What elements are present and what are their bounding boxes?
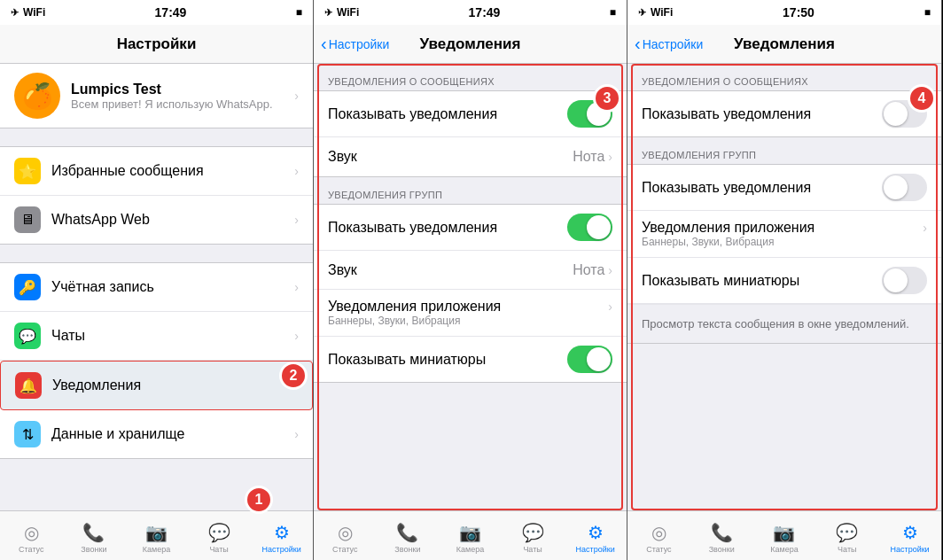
list-item[interactable]: 🔑 Учётная запись › (0, 263, 313, 312)
row-label: WhatsApp Web (51, 212, 294, 228)
notifications-icon: 🔔 (15, 372, 42, 399)
notif-label: Показывать уведомления (642, 180, 882, 196)
notif-label: Показывать уведомления (328, 106, 567, 122)
messages-section-body: Показывать уведомления Звук Нота › (314, 90, 627, 177)
nav-title-1: Настройки (117, 35, 197, 53)
toggle-thumbnail-off[interactable] (882, 267, 927, 294)
row-chevron: › (923, 221, 927, 235)
status-tab-icon: ◎ (24, 522, 39, 543)
notif-row[interactable]: Уведомления приложения › Баннеры, Звуки,… (314, 290, 627, 337)
back-chevron-icon: ‹ (635, 34, 641, 54)
calls-tab-icon: 📞 (82, 522, 105, 543)
tab-status[interactable]: ◎ Статус (627, 518, 690, 554)
tab-calls[interactable]: 📞 Звонки (63, 518, 126, 554)
row-chevron: › (608, 150, 612, 164)
chats-tab-icon: 💬 (836, 522, 858, 543)
toggle-knob (587, 215, 611, 239)
step-badge-2: 2 (279, 362, 308, 390)
tab-calls[interactable]: 📞 Звонки (377, 518, 440, 554)
notif-row[interactable]: Звук Нота › (314, 137, 627, 176)
profile-info: Lumpics Test Всем привет! Я использую Wh… (71, 82, 294, 111)
tab-bar-3: ◎ Статус 📞 Звонки 📷 Камера 💬 Чаты ⚙ Наст… (627, 510, 941, 560)
tab-status[interactable]: ◎ Статус (0, 518, 63, 554)
back-label: Настройки (643, 37, 704, 51)
toggle-thumbnail[interactable] (567, 346, 612, 373)
tab-chats[interactable]: 💬 Чаты (815, 518, 878, 554)
list-item[interactable]: 🖥 WhatsApp Web › (0, 196, 313, 244)
row-label: Учётная запись (51, 279, 294, 295)
list-item[interactable]: 💬 Чаты › (0, 312, 313, 361)
tab-label: Чаты (209, 545, 228, 554)
status-time-3: 17:50 (783, 5, 814, 19)
toggle-knob (884, 175, 908, 199)
back-label: Настройки (329, 37, 390, 51)
row-chevron: › (608, 263, 612, 277)
tab-bar-1: ◎ Статус 📞 Звонки 📷 Камера 💬 Чаты ⚙ Наст… (0, 510, 313, 560)
row-chevron: › (294, 427, 299, 441)
list-item[interactable]: ⭐ Избранные сообщения › (0, 147, 313, 196)
notif-note-row: Просмотр текста сообщения в окне уведомл… (627, 304, 941, 343)
status-time-2: 17:49 (469, 5, 501, 19)
tab-bar-2: ◎ Статус 📞 Звонки 📷 Камера 💬 Чаты ⚙ Наст… (314, 510, 627, 560)
step-badge-4: 4 (908, 84, 936, 113)
camera-tab-icon: 📷 (145, 522, 168, 543)
notifications-row[interactable]: 🔔 Уведомления › (0, 361, 313, 410)
row-chevron: › (608, 299, 612, 314)
whatsapp-web-icon: 🖥 (14, 206, 41, 233)
status-bar-3: ✈ WiFi 17:50 ■ (627, 0, 941, 25)
tab-camera[interactable]: 📷 Камера (753, 518, 816, 554)
profile-row[interactable]: 🍊 Lumpics Test Всем привет! Я использую … (0, 64, 313, 128)
notif-row[interactable]: Показывать уведомления (314, 205, 627, 251)
profile-chevron: › (294, 89, 299, 103)
groups-section-body: Показывать уведомления Звук Нота › Уведо… (314, 204, 627, 383)
notif-row[interactable]: Показывать уведомления (314, 91, 627, 137)
tab-label: Чаты (838, 545, 856, 554)
notif-row[interactable]: Показывать миниатюры (314, 337, 627, 382)
step-badge-1: 1 (245, 486, 273, 514)
tab-chats[interactable]: 💬 Чаты (502, 518, 565, 554)
back-chevron-icon: ‹ (321, 34, 327, 54)
notif-row[interactable]: Уведомления приложения › Баннеры, Звуки,… (627, 211, 941, 258)
status-tab-icon: ◎ (651, 522, 666, 543)
notif-label: Уведомления приложения › (642, 220, 927, 236)
settings-tab-icon: ⚙ (902, 522, 918, 543)
row-chevron: › (294, 213, 299, 227)
tab-label: Камера (456, 545, 484, 554)
tab-settings[interactable]: ⚙ Настройки (250, 518, 313, 554)
notif-sublabel: Баннеры, Звуки, Вибрация (642, 236, 774, 248)
back-button-2[interactable]: ‹ Настройки (321, 34, 389, 54)
calls-tab-icon: 📞 (396, 522, 418, 543)
notif-sublabel: Баннеры, Звуки, Вибрация (328, 315, 460, 327)
status-bar-2: ✈ WiFi 17:49 ■ (314, 0, 627, 25)
battery-icon: ■ (924, 6, 931, 19)
back-button-3[interactable]: ‹ Настройки (635, 34, 703, 54)
toggle-show-grp[interactable] (567, 214, 612, 241)
row-label: Избранные сообщения (51, 163, 294, 179)
tab-status[interactable]: ◎ Статус (314, 518, 377, 554)
notif-row[interactable]: Показывать уведомления (627, 165, 941, 211)
notif-row[interactable]: Показывать миниатюры (627, 258, 941, 304)
notif-label: Показывать уведомления (642, 106, 882, 122)
notif-row[interactable]: Показывать уведомления (627, 91, 941, 136)
tab-camera[interactable]: 📷 Камера (125, 518, 188, 554)
row-chevron: › (294, 164, 299, 178)
calls-tab-icon: 📞 (711, 522, 733, 543)
screen-2: ✈ WiFi 17:49 ■ ‹ Настройки Уведомления У… (314, 0, 627, 560)
toggle-show-grp-off[interactable] (882, 174, 927, 201)
tab-label: Звонки (81, 545, 106, 554)
app-notif-label: Уведомления приложения (642, 220, 923, 236)
section-1: ⭐ Избранные сообщения › 🖥 WhatsApp Web › (0, 146, 313, 245)
tab-camera[interactable]: 📷 Камера (439, 518, 502, 554)
tab-label: Звонки (709, 545, 735, 554)
notif-row[interactable]: Звук Нота › (314, 251, 627, 290)
screen-1: ✈ WiFi 17:49 ■ Настройки 🍊 Lumpics Test … (0, 0, 314, 560)
tab-settings[interactable]: ⚙ Настройки (564, 518, 627, 554)
section-header-messages: УВЕДОМЛЕНИЯ О СООБЩЕНИЯХ (314, 64, 627, 90)
tab-calls[interactable]: 📞 Звонки (690, 518, 753, 554)
toggle-knob (884, 268, 908, 292)
section-header-groups: УВЕДОМЛЕНИЯ ГРУПП (314, 177, 627, 204)
list-item[interactable]: ⇅ Данные и хранилще › (0, 410, 313, 458)
tab-settings[interactable]: ⚙ Настройки (878, 518, 941, 554)
settings-tab-icon: ⚙ (588, 522, 604, 543)
tab-chats[interactable]: 💬 Чаты (188, 518, 251, 554)
